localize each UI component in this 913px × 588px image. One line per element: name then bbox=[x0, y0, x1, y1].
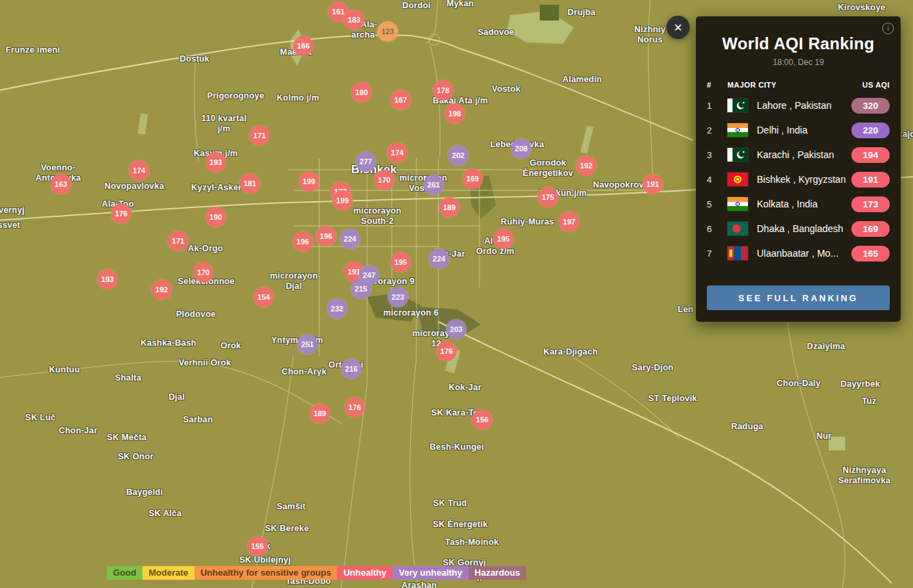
aqi-marker-224[interactable]: 224 bbox=[429, 248, 449, 269]
aqi-map-app: MykanDordoiDrujbaKirovskoyeSadovoeNizhni… bbox=[0, 0, 913, 588]
pk-flag-icon bbox=[727, 99, 748, 112]
aqi-marker-192[interactable]: 192 bbox=[576, 155, 597, 176]
aqi-badge: 220 bbox=[851, 123, 890, 138]
aqi-marker-176[interactable]: 176 bbox=[345, 397, 365, 418]
aqi-marker-199[interactable]: 199 bbox=[332, 190, 353, 211]
aqi-marker-180[interactable]: 180 bbox=[351, 82, 372, 103]
legend-item-unhealthy: Unhealthy bbox=[337, 566, 392, 580]
rank-number: 3 bbox=[707, 150, 727, 160]
close-button[interactable]: ✕ bbox=[666, 16, 690, 39]
in-flag-icon bbox=[727, 197, 748, 211]
aqi-marker-261[interactable]: 261 bbox=[423, 175, 444, 195]
rank-number: 5 bbox=[707, 199, 727, 209]
aqi-marker-191[interactable]: 191 bbox=[642, 174, 663, 194]
city-name: Delhi , India bbox=[757, 125, 851, 136]
aqi-marker-181[interactable]: 181 bbox=[240, 173, 260, 194]
aqi-marker-169[interactable]: 169 bbox=[462, 168, 483, 189]
in-flag-icon bbox=[727, 123, 748, 137]
legend-item-very-unhealthy: Very unhealthy bbox=[392, 566, 468, 580]
aqi-badge: 191 bbox=[851, 172, 890, 188]
aqi-marker-189[interactable]: 189 bbox=[439, 197, 460, 218]
aqi-marker-155[interactable]: 155 bbox=[247, 536, 268, 557]
aqi-marker-193[interactable]: 193 bbox=[97, 269, 118, 290]
aqi-marker-171[interactable]: 171 bbox=[168, 231, 188, 251]
city-name: Kolkata , India bbox=[757, 199, 851, 209]
kg-flag-icon bbox=[727, 172, 748, 186]
aqi-legend: GoodModerateUnhealthy for sensitive grou… bbox=[107, 566, 526, 580]
aqi-marker-223[interactable]: 223 bbox=[388, 287, 408, 307]
aqi-marker-195[interactable]: 195 bbox=[390, 252, 411, 272]
city-name: Dhaka , Bangladesh bbox=[757, 223, 851, 234]
col-rank: # bbox=[707, 81, 727, 89]
rank-number: 4 bbox=[707, 175, 727, 185]
aqi-marker-174[interactable]: 174 bbox=[129, 160, 149, 181]
aqi-marker-156[interactable]: 156 bbox=[472, 409, 492, 430]
aqi-marker-175[interactable]: 175 bbox=[538, 187, 558, 207]
legend-item-moderate: Moderate bbox=[142, 566, 195, 580]
aqi-badge: 169 bbox=[851, 221, 890, 237]
aqi-marker-170[interactable]: 170 bbox=[193, 262, 214, 283]
aqi-badge: 320 bbox=[851, 98, 890, 114]
aqi-marker-171[interactable]: 171 bbox=[249, 125, 270, 146]
aqi-marker-202[interactable]: 202 bbox=[448, 145, 468, 166]
world-aqi-ranking-panel: i World AQI Ranking 18:00, Dec 19 # MAJO… bbox=[696, 16, 901, 322]
aqi-marker-196[interactable]: 196 bbox=[316, 226, 336, 246]
aqi-marker-198[interactable]: 198 bbox=[445, 103, 465, 124]
aqi-marker-216[interactable]: 216 bbox=[341, 359, 362, 379]
aqi-badge: 173 bbox=[851, 196, 890, 212]
aqi-marker-178[interactable]: 178 bbox=[433, 80, 453, 101]
ranking-row[interactable]: 3Karachi , Pakistan194 bbox=[696, 142, 901, 167]
ranking-table-header: # MAJOR CITY US AQI bbox=[696, 81, 901, 89]
col-city: MAJOR CITY bbox=[727, 81, 862, 89]
ranking-row[interactable]: 5Kolkata , India173 bbox=[696, 192, 901, 216]
ranking-row[interactable]: 4Bishkek , Kyrgyzstan191 bbox=[696, 167, 901, 192]
aqi-marker-215[interactable]: 215 bbox=[351, 279, 371, 299]
see-full-ranking-button[interactable]: SEE FULL RANKING bbox=[707, 285, 890, 310]
aqi-marker-251[interactable]: 251 bbox=[297, 334, 318, 355]
rank-number: 2 bbox=[707, 125, 727, 136]
aqi-marker-174[interactable]: 174 bbox=[387, 142, 408, 163]
ranking-row[interactable]: 2Delhi , India220 bbox=[696, 118, 901, 142]
aqi-marker-192[interactable]: 192 bbox=[151, 279, 172, 300]
ranking-row[interactable]: 7Ulaanbaatar , Mo...165 bbox=[696, 241, 901, 266]
aqi-marker-123[interactable]: 123 bbox=[377, 21, 398, 42]
aqi-marker-203[interactable]: 203 bbox=[446, 319, 466, 340]
aqi-marker-224[interactable]: 224 bbox=[340, 229, 360, 249]
aqi-marker-195[interactable]: 195 bbox=[493, 229, 514, 249]
aqi-marker-163[interactable]: 163 bbox=[51, 174, 71, 194]
aqi-marker-199[interactable]: 199 bbox=[299, 171, 319, 192]
pk-flag-icon bbox=[727, 148, 748, 162]
aqi-marker-232[interactable]: 232 bbox=[327, 298, 347, 319]
aqi-marker-190[interactable]: 190 bbox=[205, 207, 226, 227]
bd-flag-icon bbox=[727, 222, 748, 235]
mn-flag-icon bbox=[727, 246, 748, 260]
aqi-marker-176[interactable]: 176 bbox=[436, 341, 457, 361]
aqi-marker-167[interactable]: 167 bbox=[390, 90, 411, 110]
legend-item-unhealthy-for-sensitive-groups: Unhealthy for sensitive groups bbox=[195, 566, 338, 580]
aqi-marker-196[interactable]: 196 bbox=[292, 231, 313, 252]
aqi-marker-208[interactable]: 208 bbox=[511, 138, 531, 159]
city-name: Bishkek , Kyrgyzstan bbox=[757, 174, 851, 185]
ranking-rows: 1Lahore , Pakistan3202Delhi , India2203K… bbox=[696, 93, 901, 266]
aqi-marker-197[interactable]: 197 bbox=[559, 212, 579, 232]
aqi-badge: 165 bbox=[851, 246, 890, 261]
aqi-marker-154[interactable]: 154 bbox=[253, 287, 274, 307]
panel-timestamp: 18:00, Dec 19 bbox=[696, 57, 901, 67]
ranking-row[interactable]: 6Dhaka , Bangladesh169 bbox=[696, 216, 901, 241]
aqi-marker-170[interactable]: 170 bbox=[374, 170, 395, 190]
aqi-marker-176[interactable]: 176 bbox=[111, 203, 132, 224]
city-name: Ulaanbaatar , Mo... bbox=[757, 248, 851, 259]
rank-number: 6 bbox=[707, 224, 727, 234]
aqi-marker-189[interactable]: 189 bbox=[310, 403, 330, 424]
panel-title: World AQI Ranking bbox=[696, 34, 901, 53]
rank-number: 7 bbox=[707, 248, 727, 259]
info-icon[interactable]: i bbox=[882, 23, 894, 34]
ranking-row[interactable]: 1Lahore , Pakistan320 bbox=[696, 93, 901, 118]
aqi-marker-183[interactable]: 183 bbox=[344, 10, 364, 30]
rank-number: 1 bbox=[707, 101, 727, 111]
aqi-marker-277[interactable]: 277 bbox=[355, 151, 376, 172]
aqi-marker-193[interactable]: 193 bbox=[205, 152, 226, 172]
aqi-marker-166[interactable]: 166 bbox=[293, 36, 314, 56]
col-aqi: US AQI bbox=[862, 81, 890, 89]
aqi-badge: 194 bbox=[851, 147, 890, 163]
